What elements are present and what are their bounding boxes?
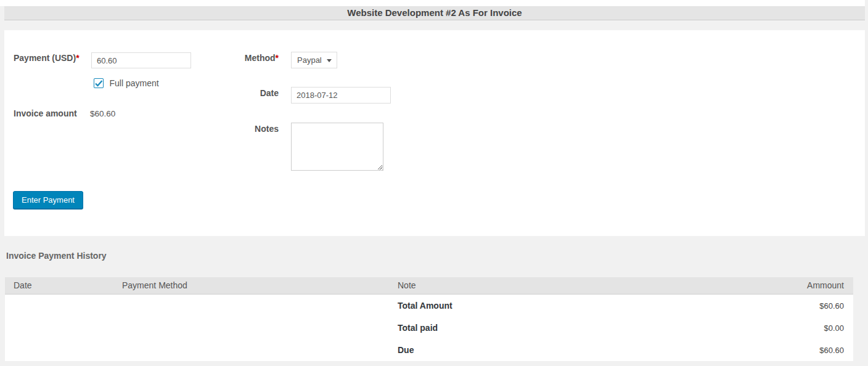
- cell-note: Due: [389, 339, 734, 361]
- top-strip: [0, 0, 865, 6]
- cell-date: [5, 295, 113, 317]
- date-label: Date: [186, 88, 279, 98]
- cell-date: [5, 339, 113, 361]
- notes-label: Notes: [186, 124, 279, 134]
- history-section-title: Invoice Payment History: [6, 251, 107, 261]
- invoice-amount-label: Invoice amount: [14, 108, 77, 118]
- payment-amount-input[interactable]: [91, 52, 191, 68]
- checkmark-icon: [95, 80, 103, 87]
- table-row: Due $60.60: [5, 339, 853, 361]
- full-payment-row: Full payment: [94, 77, 159, 87]
- table-body: Total Amount $60.60 Total paid $0.00 Due…: [5, 295, 853, 361]
- enter-payment-button[interactable]: Enter Payment: [13, 191, 83, 209]
- notes-textarea[interactable]: [291, 123, 383, 171]
- method-selected-value: Paypal: [297, 55, 322, 65]
- full-payment-label[interactable]: Full payment: [109, 78, 158, 88]
- full-payment-checkbox[interactable]: [94, 78, 104, 88]
- payment-label: Payment (USD)*: [14, 53, 80, 63]
- dropdown-arrow-icon: [327, 59, 332, 62]
- cell-payment-method: [113, 339, 389, 361]
- method-label: Method*: [186, 53, 279, 63]
- cell-amount: $0.00: [734, 317, 853, 339]
- header-amount: Ammount: [734, 277, 853, 294]
- page-title: Website Development #2 As For Invoice: [4, 6, 865, 20]
- table-header-row: Date Payment Method Note Ammount: [5, 277, 853, 295]
- cell-date: [5, 317, 113, 339]
- cell-amount: $60.60: [734, 295, 853, 317]
- table-row: Total Amount $60.60: [5, 295, 853, 317]
- table-row: Total paid $0.00: [5, 317, 853, 339]
- cell-amount: $60.60: [734, 339, 853, 361]
- method-select[interactable]: Paypal: [291, 52, 337, 68]
- cell-payment-method: [113, 317, 389, 339]
- date-input[interactable]: [291, 87, 391, 104]
- invoice-amount-value: $60.60: [90, 109, 115, 118]
- cell-note: Total paid: [389, 317, 734, 339]
- required-asterisk: *: [76, 53, 79, 63]
- cell-payment-method: [113, 295, 389, 317]
- header-date: Date: [5, 277, 113, 294]
- header-payment-method: Payment Method: [113, 277, 389, 294]
- invoice-title-bar: Website Development #2 As For Invoice: [4, 6, 865, 20]
- payment-form-panel: Payment (USD)* Full payment Invoice amou…: [4, 30, 865, 236]
- cell-note: Total Amount: [389, 295, 734, 317]
- payment-history-table: Date Payment Method Note Ammount Total A…: [5, 277, 853, 361]
- required-asterisk: *: [276, 53, 279, 63]
- header-note: Note: [389, 277, 734, 294]
